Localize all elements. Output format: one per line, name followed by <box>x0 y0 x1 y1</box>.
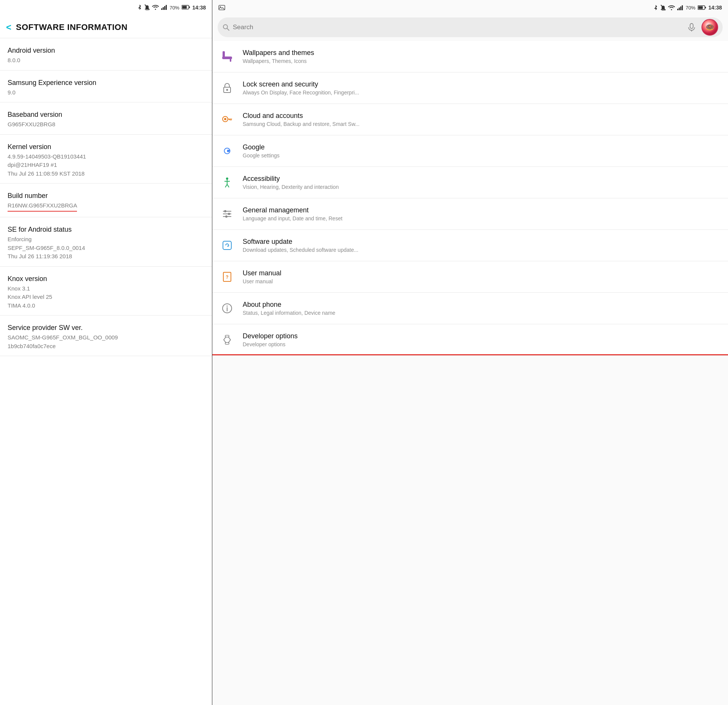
svg-point-41 <box>225 215 228 218</box>
right-status-bar: 70% 14:38 <box>212 0 728 15</box>
user-manual-text: User manualUser manual <box>243 269 722 284</box>
settings-item-accessibility[interactable]: AccessibilityVision, Hearing, Dexterity … <box>212 167 728 198</box>
svg-rect-1 <box>161 8 162 10</box>
wifi-icon <box>152 5 159 11</box>
info-item-1: Samsung Experience version9.0 <box>0 71 212 103</box>
software-update-text: Software updateDownload updates, Schedul… <box>243 238 722 253</box>
search-icon <box>222 24 230 31</box>
accessibility-title: Accessibility <box>243 175 722 183</box>
status-left-icons <box>218 5 225 11</box>
developer-text: Developer optionsDeveloper options <box>243 332 722 347</box>
info-item-2: Baseband versionG965FXXU2BRG8 <box>0 102 212 135</box>
about-phone-title: About phone <box>243 301 722 309</box>
battery-icon <box>182 5 190 11</box>
svg-point-31 <box>226 177 228 180</box>
info-value-1: 9.0 <box>8 88 204 97</box>
silent-icon <box>144 4 150 11</box>
right-time: 14:38 <box>708 5 722 11</box>
settings-item-software-update[interactable]: Software updateDownload updates, Schedul… <box>212 230 728 261</box>
svg-point-25 <box>226 89 228 91</box>
info-label-3: Kernel version <box>8 143 204 151</box>
google-text: GoogleGoogle settings <box>243 143 722 159</box>
info-value-5: Enforcing SEPF_SM-G965F_8.0.0_0014 Thu J… <box>8 235 204 261</box>
general-icon <box>218 205 236 223</box>
avatar[interactable]: 🍩 <box>701 19 718 36</box>
svg-point-27 <box>224 118 226 120</box>
lock-screen-text: Lock screen and securityAlways On Displa… <box>243 80 722 96</box>
info-item-4[interactable]: Build numberR16NW.G965FXXU2BRGA <box>0 184 212 217</box>
svg-rect-20 <box>690 24 693 28</box>
svg-point-39 <box>228 213 230 215</box>
svg-point-47 <box>227 306 228 307</box>
svg-line-34 <box>225 184 227 187</box>
status-right-icons: 70% 14:38 <box>653 5 722 11</box>
right-silent-icon <box>661 5 666 11</box>
svg-rect-6 <box>189 6 190 8</box>
info-item-3: Kernel version4.9.59-14049503-QB19103441… <box>0 135 212 184</box>
accessibility-icon <box>218 174 236 191</box>
back-button[interactable]: < <box>6 22 11 33</box>
settings-item-about-phone[interactable]: About phoneStatus, Legal information, De… <box>212 293 728 324</box>
search-input[interactable] <box>233 24 685 31</box>
svg-rect-14 <box>682 5 683 10</box>
about-phone-subtitle: Status, Legal information, Device name <box>243 310 722 316</box>
settings-item-lock-screen[interactable]: Lock screen and securityAlways On Displa… <box>212 72 728 104</box>
search-bar[interactable]: 🍩 <box>218 17 723 37</box>
settings-item-developer[interactable]: Developer optionsDeveloper options <box>212 324 728 356</box>
info-value-6: Knox 3.1 Knox API level 25 TIMA 4.0.0 <box>8 284 204 310</box>
left-panel: 70% 14:38 < SOFTWARE INFORMATION Android… <box>0 0 212 705</box>
svg-rect-48 <box>225 335 229 337</box>
settings-item-wallpapers[interactable]: Wallpapers and themesWallpapers, Themes,… <box>212 41 728 72</box>
cloud-icon <box>218 111 236 128</box>
battery-percent: 70% <box>169 5 179 11</box>
info-value-0: 8.0.0 <box>8 56 204 65</box>
info-label-0: Android version <box>8 47 204 55</box>
accessibility-subtitle: Vision, Hearing, Dexterity and interacti… <box>243 184 722 190</box>
user-manual-subtitle: User manual <box>243 278 722 284</box>
info-label-1: Samsung Experience version <box>8 79 204 87</box>
google-icon <box>218 142 236 160</box>
signal-icon <box>161 5 167 11</box>
bluetooth-icon <box>137 4 142 11</box>
svg-rect-4 <box>166 5 167 10</box>
general-text: General managementLanguage and input, Da… <box>243 206 722 221</box>
settings-item-cloud[interactable]: Cloud and accountsSamsung Cloud, Backup … <box>212 104 728 135</box>
svg-rect-12 <box>679 8 680 10</box>
info-item-6: Knox versionKnox 3.1 Knox API level 25 T… <box>0 267 212 316</box>
svg-rect-49 <box>225 342 229 344</box>
page-title: SOFTWARE INFORMATION <box>16 22 127 32</box>
info-value-3: 4.9.59-14049503-QB19103441 dpi@21HHAF19 … <box>8 152 204 178</box>
svg-line-19 <box>227 28 229 30</box>
developer-title: Developer options <box>243 332 722 340</box>
about-phone-text: About phoneStatus, Legal information, De… <box>243 301 722 316</box>
general-title: General management <box>243 206 722 214</box>
settings-list: Wallpapers and themesWallpapers, Themes,… <box>212 41 728 705</box>
svg-rect-3 <box>164 6 165 10</box>
left-status-bar: 70% 14:38 <box>0 0 212 15</box>
accessibility-text: AccessibilityVision, Hearing, Dexterity … <box>243 175 722 190</box>
lock-screen-subtitle: Always On Display, Face Recognition, Fin… <box>243 89 722 96</box>
wallpapers-icon <box>218 48 236 65</box>
info-label-6: Knox version <box>8 275 204 283</box>
svg-rect-23 <box>222 57 232 59</box>
settings-item-user-manual[interactable]: ?User manualUser manual <box>212 261 728 293</box>
cloud-text: Cloud and accountsSamsung Cloud, Backup … <box>243 112 722 127</box>
mic-icon[interactable] <box>688 23 695 31</box>
info-value-7: SAOMC_SM-G965F_OXM_BGL_OO_0009 1b9cb740f… <box>8 333 204 350</box>
svg-rect-11 <box>677 9 678 10</box>
settings-item-general[interactable]: General managementLanguage and input, Da… <box>212 198 728 230</box>
info-value-2: G965FXXU2BRG8 <box>8 120 204 129</box>
settings-item-google[interactable]: GoogleGoogle settings <box>212 135 728 167</box>
software-update-subtitle: Download updates, Scheduled software upd… <box>243 247 722 253</box>
info-list: Android version8.0.0Samsung Experience v… <box>0 38 212 705</box>
wallpapers-title: Wallpapers and themes <box>243 49 722 57</box>
info-label-2: Baseband version <box>8 111 204 119</box>
right-bluetooth-icon <box>653 5 658 11</box>
lock-screen-icon <box>218 79 236 97</box>
software-update-icon <box>218 237 236 254</box>
svg-rect-42 <box>223 241 231 250</box>
wallpapers-text: Wallpapers and themesWallpapers, Themes,… <box>243 49 722 64</box>
cloud-subtitle: Samsung Cloud, Backup and restore, Smart… <box>243 121 722 127</box>
software-update-title: Software update <box>243 238 722 246</box>
info-item-7: Service provider SW ver.SAOMC_SM-G965F_O… <box>0 316 212 356</box>
